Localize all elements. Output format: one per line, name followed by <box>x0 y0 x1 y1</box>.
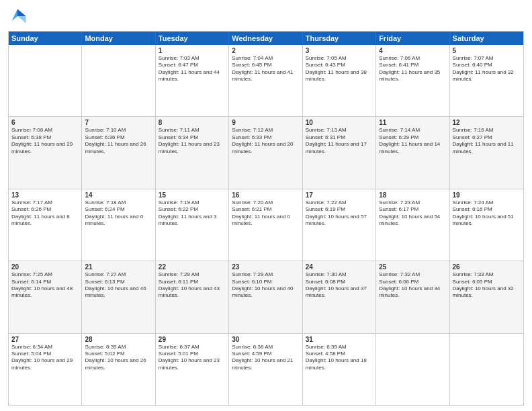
calendar-cell: 29Sunrise: 6:37 AM Sunset: 5:01 PM Dayli… <box>156 334 229 405</box>
calendar-row: 27Sunrise: 6:34 AM Sunset: 5:04 PM Dayli… <box>9 334 523 405</box>
day-number: 1 <box>159 47 226 54</box>
calendar: SundayMondayTuesdayWednesdayThursdayFrid… <box>8 31 524 406</box>
cell-info: Sunrise: 7:33 AM Sunset: 6:05 PM Dayligh… <box>453 271 521 300</box>
calendar-cell: 28Sunrise: 6:35 AM Sunset: 5:02 PM Dayli… <box>82 334 155 405</box>
calendar-cell: 22Sunrise: 7:28 AM Sunset: 6:11 PM Dayli… <box>156 261 229 332</box>
svg-marker-2 <box>17 16 26 24</box>
cell-info: Sunrise: 7:29 AM Sunset: 6:10 PM Dayligh… <box>232 271 299 300</box>
cell-info: Sunrise: 7:27 AM Sunset: 6:13 PM Dayligh… <box>85 271 152 300</box>
calendar-cell: 17Sunrise: 7:22 AM Sunset: 6:19 PM Dayli… <box>303 189 376 261</box>
calendar-cell: 6Sunrise: 7:08 AM Sunset: 6:38 PM Daylig… <box>9 117 82 188</box>
day-number: 26 <box>453 263 521 271</box>
cell-info: Sunrise: 7:05 AM Sunset: 6:43 PM Dayligh… <box>306 55 373 83</box>
calendar-cell: 1Sunrise: 7:03 AM Sunset: 6:47 PM Daylig… <box>156 45 229 116</box>
calendar-cell: 31Sunrise: 6:39 AM Sunset: 4:58 PM Dayli… <box>303 334 376 405</box>
cell-info: Sunrise: 7:25 AM Sunset: 6:14 PM Dayligh… <box>11 271 79 300</box>
calendar-cell: 5Sunrise: 7:07 AM Sunset: 6:40 PM Daylig… <box>450 45 523 116</box>
cell-info: Sunrise: 7:14 AM Sunset: 6:29 PM Dayligh… <box>379 127 446 155</box>
svg-marker-0 <box>17 9 26 17</box>
day-number: 6 <box>11 119 79 126</box>
cell-info: Sunrise: 7:18 AM Sunset: 6:24 PM Dayligh… <box>85 199 152 228</box>
day-number: 25 <box>379 263 446 271</box>
header <box>8 7 524 26</box>
cell-info: Sunrise: 7:22 AM Sunset: 6:19 PM Dayligh… <box>306 199 373 228</box>
cell-info: Sunrise: 7:11 AM Sunset: 6:34 PM Dayligh… <box>159 127 226 155</box>
cell-info: Sunrise: 7:19 AM Sunset: 6:22 PM Dayligh… <box>159 199 226 228</box>
calendar-body: 1Sunrise: 7:03 AM Sunset: 6:47 PM Daylig… <box>9 45 523 405</box>
cell-info: Sunrise: 7:10 AM Sunset: 6:36 PM Dayligh… <box>85 127 152 155</box>
cell-info: Sunrise: 7:20 AM Sunset: 6:21 PM Dayligh… <box>232 199 299 228</box>
calendar-cell: 20Sunrise: 7:25 AM Sunset: 6:14 PM Dayli… <box>9 261 82 332</box>
cell-info: Sunrise: 7:17 AM Sunset: 6:26 PM Dayligh… <box>11 199 79 228</box>
header-cell-tuesday: Tuesday <box>156 32 229 45</box>
cell-info: Sunrise: 7:13 AM Sunset: 6:31 PM Dayligh… <box>306 127 373 155</box>
header-cell-thursday: Thursday <box>303 32 376 45</box>
day-number: 5 <box>453 47 521 54</box>
cell-info: Sunrise: 6:34 AM Sunset: 5:04 PM Dayligh… <box>11 344 79 372</box>
day-number: 12 <box>453 119 521 126</box>
cell-info: Sunrise: 7:30 AM Sunset: 6:08 PM Dayligh… <box>306 271 373 300</box>
calendar-cell: 21Sunrise: 7:27 AM Sunset: 6:13 PM Dayli… <box>82 261 155 332</box>
day-number: 28 <box>85 336 152 343</box>
cell-info: Sunrise: 6:37 AM Sunset: 5:01 PM Dayligh… <box>159 344 226 372</box>
cell-info: Sunrise: 7:08 AM Sunset: 6:38 PM Dayligh… <box>11 127 79 155</box>
calendar-cell: 30Sunrise: 6:38 AM Sunset: 4:59 PM Dayli… <box>229 334 302 405</box>
calendar-cell: 24Sunrise: 7:30 AM Sunset: 6:08 PM Dayli… <box>303 261 376 332</box>
calendar-cell: 19Sunrise: 7:24 AM Sunset: 6:16 PM Dayli… <box>450 189 523 261</box>
cell-info: Sunrise: 7:24 AM Sunset: 6:16 PM Dayligh… <box>453 199 521 228</box>
day-number: 16 <box>232 191 299 199</box>
calendar-cell: 15Sunrise: 7:19 AM Sunset: 6:22 PM Dayli… <box>156 189 229 261</box>
logo-icon <box>8 7 27 26</box>
day-number: 20 <box>11 263 79 271</box>
calendar-row: 6Sunrise: 7:08 AM Sunset: 6:38 PM Daylig… <box>9 117 523 189</box>
cell-info: Sunrise: 7:04 AM Sunset: 6:45 PM Dayligh… <box>232 55 299 83</box>
calendar-cell: 25Sunrise: 7:32 AM Sunset: 6:06 PM Dayli… <box>376 261 449 332</box>
calendar-cell: 8Sunrise: 7:11 AM Sunset: 6:34 PM Daylig… <box>156 117 229 188</box>
calendar-cell: 14Sunrise: 7:18 AM Sunset: 6:24 PM Dayli… <box>82 189 155 261</box>
calendar-row: 1Sunrise: 7:03 AM Sunset: 6:47 PM Daylig… <box>9 45 523 117</box>
calendar-cell: 13Sunrise: 7:17 AM Sunset: 6:26 PM Dayli… <box>9 189 82 261</box>
calendar-cell <box>82 45 155 116</box>
calendar-cell: 7Sunrise: 7:10 AM Sunset: 6:36 PM Daylig… <box>82 117 155 188</box>
header-cell-friday: Friday <box>376 32 449 45</box>
calendar-cell <box>376 334 449 405</box>
day-number: 22 <box>159 263 226 271</box>
calendar-cell: 12Sunrise: 7:16 AM Sunset: 6:27 PM Dayli… <box>450 117 523 188</box>
day-number: 27 <box>11 336 79 343</box>
cell-info: Sunrise: 7:23 AM Sunset: 6:17 PM Dayligh… <box>379 199 446 228</box>
header-cell-saturday: Saturday <box>450 32 523 45</box>
cell-info: Sunrise: 7:28 AM Sunset: 6:11 PM Dayligh… <box>159 271 226 300</box>
cell-info: Sunrise: 6:35 AM Sunset: 5:02 PM Dayligh… <box>85 344 152 372</box>
day-number: 19 <box>453 191 521 199</box>
day-number: 15 <box>159 191 226 199</box>
day-number: 13 <box>11 191 79 199</box>
calendar-cell: 4Sunrise: 7:06 AM Sunset: 6:41 PM Daylig… <box>376 45 449 116</box>
day-number: 4 <box>379 47 446 54</box>
calendar-row: 20Sunrise: 7:25 AM Sunset: 6:14 PM Dayli… <box>9 261 523 333</box>
header-cell-sunday: Sunday <box>9 32 82 45</box>
calendar-cell: 9Sunrise: 7:12 AM Sunset: 6:33 PM Daylig… <box>229 117 302 188</box>
calendar-header: SundayMondayTuesdayWednesdayThursdayFrid… <box>9 32 523 45</box>
day-number: 2 <box>232 47 299 54</box>
day-number: 18 <box>379 191 446 199</box>
calendar-container: SundayMondayTuesdayWednesdayThursdayFrid… <box>0 0 532 411</box>
calendar-cell: 27Sunrise: 6:34 AM Sunset: 5:04 PM Dayli… <box>9 334 82 405</box>
calendar-cell <box>9 45 82 116</box>
day-number: 30 <box>232 336 299 343</box>
day-number: 31 <box>306 336 373 343</box>
calendar-cell: 16Sunrise: 7:20 AM Sunset: 6:21 PM Dayli… <box>229 189 302 261</box>
day-number: 7 <box>85 119 152 126</box>
header-cell-monday: Monday <box>82 32 155 45</box>
calendar-cell: 26Sunrise: 7:33 AM Sunset: 6:05 PM Dayli… <box>450 261 523 332</box>
day-number: 29 <box>159 336 226 343</box>
day-number: 10 <box>306 119 373 126</box>
cell-info: Sunrise: 7:03 AM Sunset: 6:47 PM Dayligh… <box>159 55 226 83</box>
day-number: 23 <box>232 263 299 271</box>
header-cell-wednesday: Wednesday <box>229 32 302 45</box>
calendar-cell <box>450 334 523 405</box>
svg-marker-1 <box>12 9 17 21</box>
calendar-cell: 11Sunrise: 7:14 AM Sunset: 6:29 PM Dayli… <box>376 117 449 188</box>
day-number: 9 <box>232 119 299 126</box>
day-number: 21 <box>85 263 152 271</box>
cell-info: Sunrise: 7:12 AM Sunset: 6:33 PM Dayligh… <box>232 127 299 155</box>
